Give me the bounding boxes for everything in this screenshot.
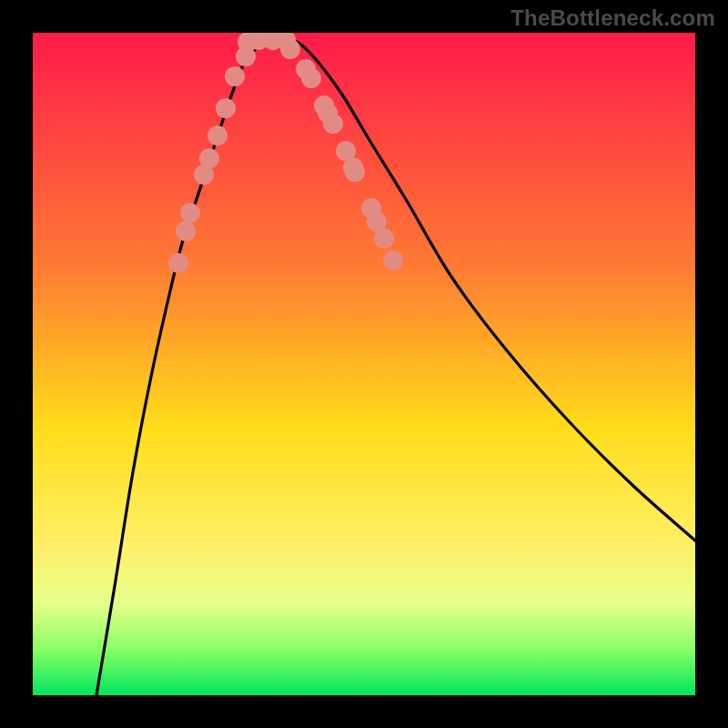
- highlight-dot: [323, 114, 343, 134]
- highlight-dot: [168, 253, 188, 273]
- watermark-text: TheBottleneck.com: [511, 5, 715, 31]
- highlight-dot: [199, 148, 219, 168]
- highlight-dot: [180, 203, 200, 223]
- highlight-dot: [383, 250, 403, 270]
- highlight-dot: [301, 68, 321, 88]
- highlight-dot: [225, 66, 245, 86]
- chart-svg: [33, 33, 695, 695]
- chart-frame: TheBottleneck.com: [0, 0, 728, 728]
- highlight-dot: [176, 221, 196, 241]
- plot-area: [33, 33, 695, 695]
- highlight-dot: [374, 228, 394, 248]
- highlight-dot: [207, 126, 228, 146]
- highlight-dot: [280, 39, 300, 59]
- highlight-dot: [345, 162, 365, 182]
- highlight-dot: [216, 98, 236, 118]
